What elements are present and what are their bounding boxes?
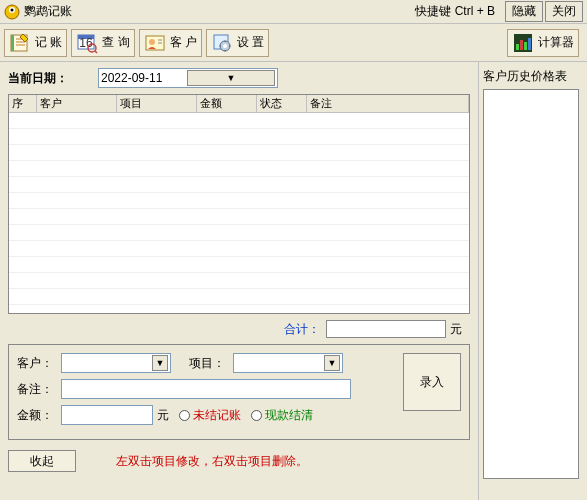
svg-rect-23 [524, 42, 527, 50]
remark-field-label: 备注： [17, 381, 61, 398]
col-remark[interactable]: 备注 [307, 95, 469, 112]
titlebar: 鹦鹉记账 快捷键 Ctrl + B 隐藏 关闭 [0, 0, 587, 24]
amount-input[interactable] [61, 405, 153, 425]
svg-text:16: 16 [80, 36, 94, 50]
svg-rect-22 [520, 40, 523, 50]
query-button[interactable]: 16 查 询 [71, 29, 134, 57]
total-unit: 元 [450, 321, 470, 338]
calendar-search-icon: 16 [76, 32, 98, 54]
left-pane: 当前日期： 2022-09-11 ▼ 序 客户 项目 金额 状态 备注 合计： [0, 62, 478, 500]
chevron-down-icon: ▼ [152, 355, 168, 371]
app-logo-icon [4, 4, 20, 20]
radio-unpaid-label: 未结记账 [193, 407, 241, 424]
remark-input[interactable] [61, 379, 351, 399]
svg-rect-21 [516, 44, 519, 50]
customer-label: 客 户 [170, 34, 197, 51]
chart-icon [512, 32, 534, 54]
customer-field-label: 客户： [17, 355, 61, 372]
entry-panel: 客户： ▼ 项目： ▼ 备注： 金额： 元 [8, 344, 470, 440]
total-value [326, 320, 446, 338]
right-pane: 客户历史价格表 [478, 62, 584, 500]
total-label: 合计： [284, 321, 320, 338]
toolbar: 记 账 16 查 询 客 户 设 置 计算器 [0, 24, 587, 62]
close-button[interactable]: 关闭 [545, 1, 583, 22]
calculator-label: 计算器 [538, 34, 574, 51]
record-label: 记 账 [35, 34, 62, 51]
amount-unit: 元 [157, 407, 169, 424]
date-select[interactable]: 2022-09-11 ▼ [98, 68, 278, 88]
collapse-button[interactable]: 收起 [8, 450, 76, 472]
date-value: 2022-09-11 [101, 71, 187, 85]
svg-rect-4 [11, 35, 14, 51]
shortcut-hint: 快捷键 Ctrl + B [415, 3, 495, 20]
amount-field-label: 金额： [17, 407, 61, 424]
query-label: 查 询 [102, 34, 129, 51]
hide-button[interactable]: 隐藏 [505, 1, 543, 22]
radio-paid-label: 现款结清 [265, 407, 313, 424]
svg-point-2 [11, 8, 14, 11]
records-grid[interactable]: 序 客户 项目 金额 状态 备注 [8, 94, 470, 314]
chevron-down-icon: ▼ [324, 355, 340, 371]
hint-text: 左双击项目修改，右双击项目删除。 [116, 453, 308, 470]
settings-button[interactable]: 设 置 [206, 29, 269, 57]
radio-unpaid[interactable] [179, 410, 190, 421]
grid-header: 序 客户 项目 金额 状态 备注 [9, 95, 469, 113]
project-combo[interactable]: ▼ [233, 353, 343, 373]
date-label: 当前日期： [8, 70, 98, 87]
svg-line-12 [95, 51, 97, 53]
customer-combo[interactable]: ▼ [61, 353, 171, 373]
col-project[interactable]: 项目 [117, 95, 197, 112]
dropdown-arrow-icon: ▼ [187, 70, 275, 86]
history-list[interactable] [483, 89, 579, 479]
radio-paid[interactable] [251, 410, 262, 421]
gear-icon [211, 32, 233, 54]
grid-body[interactable] [9, 113, 469, 313]
col-customer[interactable]: 客户 [37, 95, 117, 112]
svg-point-19 [223, 44, 227, 48]
submit-button[interactable]: 录入 [403, 353, 461, 411]
project-field-label: 项目： [189, 355, 233, 372]
svg-rect-24 [528, 38, 531, 50]
ledger-icon [9, 32, 31, 54]
settings-label: 设 置 [237, 34, 264, 51]
history-label: 客户历史价格表 [483, 68, 580, 85]
customer-button[interactable]: 客 户 [139, 29, 202, 57]
col-amount[interactable]: 金额 [197, 95, 257, 112]
col-seq[interactable]: 序 [9, 95, 37, 112]
app-title: 鹦鹉记账 [24, 3, 72, 20]
record-button[interactable]: 记 账 [4, 29, 67, 57]
svg-point-14 [149, 39, 155, 45]
user-card-icon [144, 32, 166, 54]
calculator-button[interactable]: 计算器 [507, 29, 579, 57]
col-status[interactable]: 状态 [257, 95, 307, 112]
